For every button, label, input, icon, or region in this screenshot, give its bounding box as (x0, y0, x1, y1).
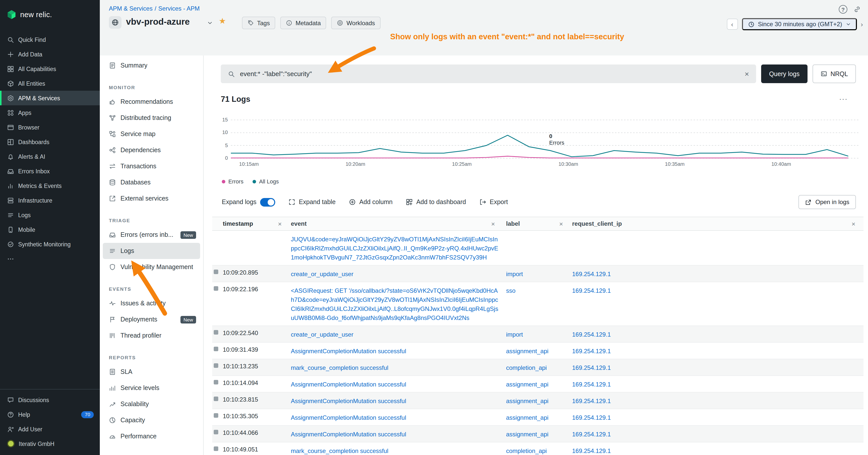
ip-link[interactable]: 169.254.129.1 (572, 448, 611, 455)
query-logs-button[interactable]: Query logs (761, 65, 807, 83)
ip-link[interactable]: 169.254.129.1 (572, 348, 611, 355)
row-checkbox-icon[interactable] (214, 447, 218, 451)
subnav-service-levels[interactable]: Service levels (103, 380, 200, 396)
subnav-capacity[interactable]: Capacity (103, 412, 200, 428)
sidebar-item-browser[interactable]: Browser (0, 120, 100, 134)
label-link[interactable]: assignment_api (506, 381, 549, 388)
ip-link[interactable]: 169.254.129.1 (572, 364, 611, 371)
label-link[interactable]: completion_api (506, 448, 547, 455)
remove-label-column-icon[interactable]: × (559, 221, 567, 227)
ip-link[interactable]: 169.254.129.1 (572, 414, 611, 421)
ip-link[interactable]: 169.254.129.1 (572, 397, 611, 404)
label-link[interactable]: completion_api (506, 364, 547, 371)
sidebar-item-alerts-ai[interactable]: Alerts & AI (0, 149, 100, 164)
row-handle[interactable] (212, 409, 222, 418)
event-link[interactable]: create_or_update_user (291, 331, 353, 338)
clear-query-icon[interactable]: × (744, 70, 749, 77)
sidebar-item-all-capabilities[interactable]: All Capabilities (0, 62, 100, 76)
log-query-box[interactable]: × (221, 65, 756, 83)
subnav-settings[interactable]: SETTINGS (103, 445, 200, 455)
label-link[interactable]: import (506, 331, 523, 338)
sidebar-item-all-entities[interactable]: All Entities (0, 76, 100, 91)
row-checkbox-icon[interactable] (214, 430, 218, 434)
row-handle[interactable] (212, 231, 222, 235)
ip-link[interactable]: 169.254.129.1 (572, 381, 611, 388)
subnav-reports[interactable]: REPORTS (103, 344, 200, 364)
row-handle[interactable] (212, 392, 222, 401)
sidebar-footer-item-help[interactable]: Help 70 (0, 407, 100, 422)
table-row[interactable]: 10:10:49.051 mark_course_completion succ… (212, 443, 864, 455)
sidebar-item-more[interactable] (0, 252, 100, 266)
favorite-star-icon[interactable]: ★ (219, 16, 226, 26)
row-handle[interactable] (212, 376, 222, 385)
chip-workloads[interactable]: Workloads (332, 17, 380, 29)
subnav-performance[interactable]: Performance (103, 428, 200, 445)
event-link[interactable]: AssignmentCompletionMutation successful (291, 381, 406, 388)
row-checkbox-icon[interactable] (214, 286, 218, 291)
subnav-monitor[interactable]: MONITOR (103, 73, 200, 94)
ip-link[interactable]: 169.254.129.1 (572, 287, 611, 294)
event-link[interactable]: create_or_update_user (291, 270, 353, 278)
row-handle[interactable] (212, 359, 222, 368)
subnav-summary[interactable]: Summary (103, 58, 200, 73)
subnav-events[interactable]: EVENTS (103, 275, 200, 295)
sidebar-item-metrics-events[interactable]: Metrics & Events (0, 178, 100, 193)
row-handle[interactable] (212, 343, 222, 351)
nrql-button[interactable]: NRQL (812, 65, 856, 83)
table-row[interactable]: JUQVU&code=eyJraWQiOiJjcGltY29yZV8wOTl1M… (212, 231, 864, 265)
expand-table-button[interactable]: Expand table (288, 198, 336, 205)
row-checkbox-icon[interactable] (214, 269, 218, 274)
sidebar-footer-item-discussions[interactable]: Discussions (0, 392, 100, 407)
log-query-input[interactable] (240, 70, 740, 77)
breadcrumb-apm-services[interactable]: APM & Services (109, 5, 153, 12)
row-handle[interactable] (212, 326, 222, 334)
sidebar-item-apps[interactable]: Apps (0, 105, 100, 120)
label-link[interactable]: assignment_api (506, 431, 549, 438)
subnav-thread-profiler[interactable]: Thread profiler (103, 327, 200, 344)
subnav-issues-activity[interactable]: Issues & activity (103, 295, 200, 312)
ip-link[interactable]: 169.254.129.1 (572, 331, 611, 338)
event-link[interactable]: AssignmentCompletionMutation successful (291, 348, 406, 355)
legend-errors[interactable]: Errors (222, 178, 244, 185)
sidebar-item-dashboards[interactable]: Dashboards (0, 134, 100, 149)
row-checkbox-icon[interactable] (214, 363, 218, 368)
subnav-vulnerability-management[interactable]: Vulnerability Management (103, 259, 200, 275)
sidebar-item-mobile[interactable]: Mobile (0, 222, 100, 237)
label-link[interactable]: sso (506, 287, 516, 294)
ip-link[interactable]: 169.254.129.1 (572, 431, 611, 438)
remove-timestamp-column-icon[interactable]: × (278, 221, 286, 227)
table-row[interactable]: 10:10:35.305 AssignmentCompletionMutatio… (212, 409, 864, 426)
time-forward-button[interactable]: › (861, 21, 863, 28)
sidebar-item-add-data[interactable]: Add Data (0, 47, 100, 62)
table-row[interactable]: 10:10:44.066 AssignmentCompletionMutatio… (212, 426, 864, 443)
subnav-dependencies[interactable]: Dependencies (103, 142, 200, 158)
add-to-dashboard-button[interactable]: Add to dashboard (406, 198, 466, 205)
sidebar-footer-item-add-user[interactable]: Add User (0, 422, 100, 436)
time-back-button[interactable]: ‹ (726, 19, 738, 30)
subnav-errors-errors-inb[interactable]: Errors (errors inb... New (103, 227, 200, 243)
add-column-button[interactable]: Add column (349, 198, 393, 205)
sidebar-item-quick-find[interactable]: Quick Find (0, 32, 100, 47)
sidebar-item-apm-services[interactable]: APM & Services (0, 91, 100, 105)
label-link[interactable]: assignment_api (506, 414, 549, 421)
label-link[interactable]: assignment_api (506, 397, 549, 404)
row-handle[interactable] (212, 443, 222, 451)
entity-switcher-chevron-icon[interactable] (207, 20, 213, 26)
table-row[interactable]: 10:10:14.094 AssignmentCompletionMutatio… (212, 376, 864, 392)
subnav-external-services[interactable]: External services (103, 191, 200, 206)
subnav-recommendations[interactable]: Recommendations (103, 94, 200, 110)
time-range-picker[interactable]: Since 30 minutes ago (GMT+2) (742, 18, 857, 30)
row-checkbox-icon[interactable] (214, 396, 218, 401)
event-link[interactable]: JUQVU&code=eyJraWQiOiJjcGltY29yZV8wOTl1M… (291, 236, 498, 261)
sidebar-item-logs[interactable]: Logs (0, 207, 100, 222)
table-row[interactable]: 10:09:22.540 create_or_update_user impor… (212, 326, 864, 343)
event-link[interactable]: mark_course_completion successful (291, 448, 389, 455)
chip-tags[interactable]: Tags (242, 17, 276, 29)
event-link[interactable]: AssignmentCompletionMutation successful (291, 414, 406, 421)
export-button[interactable]: Export (479, 198, 508, 205)
row-checkbox-icon[interactable] (214, 330, 218, 334)
row-checkbox-icon[interactable] (214, 413, 218, 418)
panel-menu-icon[interactable]: ... (839, 93, 848, 101)
permalink-icon[interactable] (854, 5, 861, 13)
event-link[interactable]: <ASGIRequest: GET '/sso/callback/?state=… (291, 287, 498, 322)
